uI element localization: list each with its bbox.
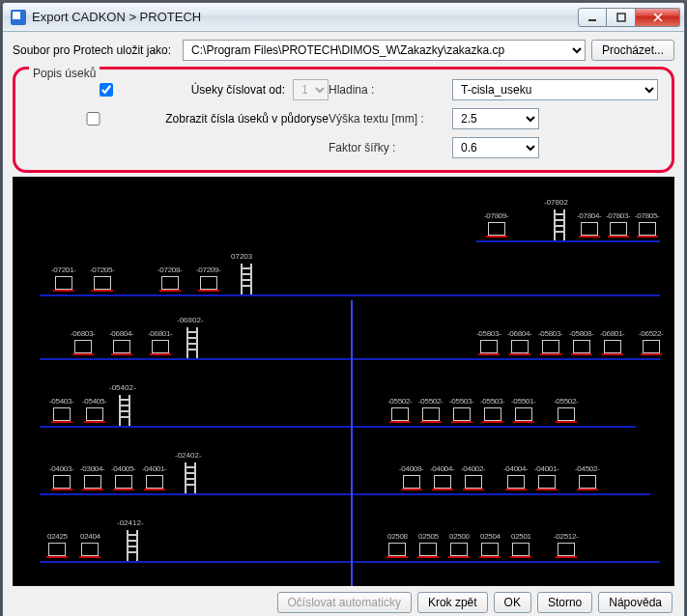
hladina-combo[interactable]: T-cisla_useku	[452, 79, 658, 100]
schematic-preview: -07802-07809--07804--07803--07805-07203-…	[13, 177, 674, 586]
device-label: 02500	[449, 532, 470, 541]
help-button[interactable]: Nápověda	[598, 592, 673, 613]
ladder-icon	[185, 462, 196, 493]
device-box	[558, 543, 575, 556]
device-box	[161, 276, 179, 290]
device-label: -04008-	[399, 464, 423, 473]
device-label: -04003-	[49, 464, 73, 473]
device-icon: -06801-	[600, 329, 624, 353]
file-path-combo[interactable]: C:\Program Files\PROTECH\DIMOS_W\Zakazky…	[183, 40, 586, 61]
device-icon: -06803-	[71, 329, 95, 353]
browse-button[interactable]: Procházet...	[591, 40, 674, 61]
device-icon: -07809-	[484, 211, 508, 236]
device-label: -04502-	[575, 464, 599, 473]
ladder-label: -05402-	[109, 383, 136, 392]
titlebar[interactable]: Export CADKON > PROTECH	[3, 3, 684, 32]
faktor-label: Faktor šířky :	[329, 141, 444, 154]
device-box	[152, 340, 169, 353]
device-icon: 02404	[80, 532, 100, 556]
ladder-label: 07203	[231, 252, 252, 261]
vyska-combo[interactable]: 2.5	[452, 108, 539, 129]
device-label: -03004-	[80, 464, 104, 473]
device-icon: -03004-	[80, 464, 104, 489]
show-floorplan-checkbox[interactable]	[29, 112, 157, 126]
device-box	[481, 543, 499, 556]
device-box	[542, 340, 559, 353]
close-button[interactable]	[636, 8, 680, 27]
device-icon: -04004-	[430, 464, 454, 489]
ladder-label: -06802-	[177, 316, 204, 324]
device-label: 02505	[418, 532, 439, 541]
ladder-label: -07802	[544, 198, 568, 207]
device-box	[403, 475, 420, 489]
device-label: -07208-	[157, 266, 182, 274]
device-label: 02501	[511, 532, 531, 541]
device-icon: -04005-	[111, 464, 135, 489]
device-icon: -06804-	[507, 329, 531, 353]
ladder-icon	[554, 210, 565, 240]
device-label: -06801-	[148, 329, 172, 338]
device-icon: -04008-	[399, 464, 423, 489]
device-label: -04001-	[142, 464, 166, 473]
device-box	[53, 407, 71, 421]
pipe-baseline	[40, 358, 660, 360]
device-icon: -04502-	[575, 464, 599, 489]
device-box	[388, 543, 406, 556]
device-icon: -07805-	[635, 211, 659, 236]
device-box	[55, 276, 72, 290]
pipe-baseline	[40, 426, 636, 428]
device-icon: -07209-	[196, 266, 220, 290]
device-label: -07809-	[484, 211, 508, 220]
device-icon: -02512-	[554, 532, 578, 556]
device-label: -07201-	[51, 266, 75, 274]
button-bar: Očíslovat automaticky Krok zpět OK Storn…	[13, 586, 674, 615]
file-row: Soubor pro Protech uložit jako: C:\Progr…	[13, 40, 674, 61]
window-title: Export CADKON > PROTECH	[32, 10, 578, 24]
device-icon: -07208-	[157, 266, 182, 290]
device-icon: -06804-	[109, 329, 133, 353]
pipe-baseline	[40, 294, 660, 296]
device-label: 02504	[480, 532, 501, 541]
device-label: -05502-	[387, 397, 412, 406]
ok-button[interactable]: OK	[494, 592, 531, 613]
device-label: -05405-	[82, 397, 106, 406]
device-icon: -04001-	[534, 464, 558, 489]
cancel-button[interactable]: Storno	[537, 592, 592, 613]
device-box	[419, 543, 437, 556]
pipe-baseline	[476, 240, 660, 242]
window-controls	[578, 8, 680, 27]
minimize-button[interactable]	[578, 8, 607, 27]
device-label: 02425	[47, 532, 68, 541]
device-icon: -04003-	[49, 464, 73, 489]
device-box	[465, 475, 482, 489]
popis-legend: Popis úseků	[29, 67, 100, 80]
device-icon: 02425	[47, 532, 68, 556]
device-icon: -06801-	[148, 329, 172, 353]
number-from-combo[interactable]: 1	[293, 79, 329, 100]
ladder-icon	[119, 395, 130, 426]
auto-number-button[interactable]: Očíslovat automaticky	[277, 592, 412, 613]
device-icon: -07201-	[51, 266, 75, 290]
device-box	[488, 222, 505, 236]
device-box	[81, 543, 99, 556]
device-label: -05501-	[511, 397, 535, 406]
ladder-icon	[127, 530, 138, 561]
maximize-button[interactable]	[607, 8, 636, 27]
device-icon: -06522-	[639, 329, 663, 353]
device-box	[94, 276, 111, 290]
device-label: -05808-	[569, 329, 593, 338]
device-box	[48, 543, 66, 556]
device-icon: -04002-	[461, 464, 485, 489]
device-box	[84, 475, 101, 489]
faktor-combo[interactable]: 0.6	[452, 137, 539, 158]
export-cadkon-dialog: Export CADKON > PROTECH Soubor pro Prote…	[2, 2, 685, 616]
device-box	[643, 340, 660, 353]
file-label: Soubor pro Protech uložit jako:	[13, 43, 177, 57]
device-box	[453, 407, 471, 421]
undo-button[interactable]: Krok zpět	[417, 592, 488, 613]
device-icon: -05502-	[554, 397, 578, 421]
device-label: -07803-	[606, 211, 630, 220]
number-from-checkbox[interactable]	[29, 83, 184, 97]
device-label: 02404	[80, 532, 100, 541]
device-icon: -05502-	[387, 397, 412, 421]
